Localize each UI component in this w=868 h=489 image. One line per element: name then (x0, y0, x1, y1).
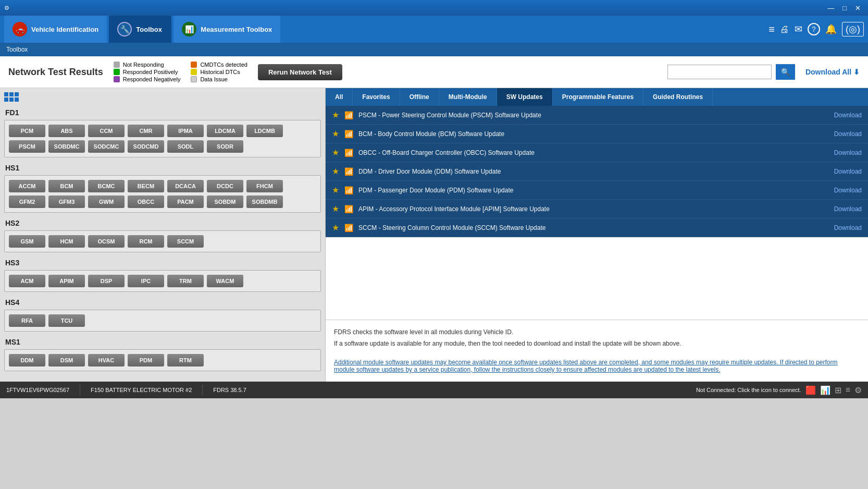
sw-name-ddm: DDM - Driver Door Module (DDM) Software … (358, 168, 829, 175)
module-sodr[interactable]: SODR (207, 140, 243, 153)
module-ipma[interactable]: IPMA (167, 125, 204, 137)
tab-programmable[interactable]: Programmable Features (553, 88, 643, 106)
module-pacm[interactable]: PACM (167, 195, 204, 208)
module-acm[interactable]: ACM (9, 275, 45, 287)
right-panel: All Favorites Offline Multi-Module SW Up… (326, 88, 868, 382)
status-connection: Not Connected: Click the icon to connect… (696, 387, 801, 393)
module-rfa[interactable]: RFA (9, 314, 45, 327)
sw-updates-table: ★ 📶 PSCM - Power Steering Control Module… (326, 106, 868, 320)
star-obcc[interactable]: ★ (332, 148, 339, 157)
tab-favorites[interactable]: Favorites (353, 88, 400, 106)
download-pdm[interactable]: Download (834, 187, 862, 194)
breadcrumb: Toolbox (0, 43, 868, 56)
module-gwm[interactable]: GWM (88, 195, 125, 208)
search-input[interactable] (667, 65, 772, 79)
download-sccm[interactable]: Download (834, 224, 862, 231)
module-gsm[interactable]: GSM (9, 235, 45, 248)
download-ddm[interactable]: Download (834, 168, 862, 175)
module-tcu[interactable]: TCU (48, 314, 85, 327)
module-ldcma[interactable]: LDCMA (207, 125, 243, 137)
info-additional-link[interactable]: Additional module software updates may b… (334, 359, 860, 373)
tab-measurement-toolbox[interactable]: 📊 Measurement Toolbox (173, 16, 280, 43)
module-ipc[interactable]: IPC (128, 275, 164, 287)
print-icon[interactable]: 🖨 (780, 24, 789, 35)
module-abs[interactable]: ABS (48, 125, 85, 137)
legend-historical: Historical DTCs (191, 69, 247, 75)
module-dsm[interactable]: DSM (48, 354, 85, 366)
status-icon-grid[interactable]: ⊞ (835, 385, 841, 395)
module-bcm[interactable]: BCM (48, 180, 85, 192)
module-sobdm[interactable]: SOBDM (207, 195, 243, 208)
minimize-button[interactable]: — (824, 3, 837, 13)
status-icon-green[interactable]: 📊 (820, 385, 830, 395)
module-dsp[interactable]: DSP (88, 275, 125, 287)
rerun-network-test-button[interactable]: Rerun Network Test (258, 64, 342, 80)
module-sodcmd[interactable]: SODCMD (128, 140, 164, 153)
tab-offline[interactable]: Offline (400, 88, 439, 106)
module-sodcmc[interactable]: SODCMC (88, 140, 125, 153)
grid-toggle-icon[interactable] (4, 92, 321, 104)
download-pscm[interactable]: Download (834, 112, 862, 119)
module-sobdmc[interactable]: SOBDMC (48, 140, 85, 153)
tab-guided[interactable]: Guided Routines (643, 88, 713, 106)
module-fhcm[interactable]: FHCM (246, 180, 283, 192)
module-ocsm[interactable]: OCSM (88, 235, 125, 248)
module-ddm[interactable]: DDM (9, 354, 45, 366)
module-trm[interactable]: TRM (167, 275, 204, 287)
status-icon-settings[interactable]: ⚙ (854, 385, 862, 395)
star-apim[interactable]: ★ (332, 204, 339, 214)
download-all-button[interactable]: Download All ⬇ (805, 68, 860, 76)
star-bcm[interactable]: ★ (332, 129, 339, 139)
tab-multi-module[interactable]: Multi-Module (439, 88, 497, 106)
status-icon-bars[interactable]: ≡ (846, 385, 850, 395)
star-pscm[interactable]: ★ (332, 110, 339, 120)
vehicle-icon: 🚗 (13, 22, 27, 36)
group-ms1: MS1 DDM DSM HVAC PDM RTM (4, 338, 321, 371)
search-button[interactable]: 🔍 (776, 64, 795, 80)
download-apim[interactable]: Download (834, 205, 862, 213)
module-bcmc[interactable]: BCMC (88, 180, 125, 192)
module-hcm[interactable]: HCM (48, 235, 85, 248)
module-gfm2[interactable]: GFM2 (9, 195, 45, 208)
sw-name-obcc: OBCC - Off-Board Charger Controller (OBC… (358, 149, 829, 156)
tab-toolbox[interactable]: 🔧 Toolbox (109, 16, 171, 43)
mail-icon[interactable]: ✉ (795, 23, 802, 35)
module-rcm[interactable]: RCM (128, 235, 164, 248)
tab-all[interactable]: All (326, 88, 353, 106)
module-becm[interactable]: BECM (128, 180, 164, 192)
module-dcaca[interactable]: DCACA (167, 180, 204, 192)
module-ldcmb[interactable]: LDCMB (246, 125, 283, 137)
group-ms1-label: MS1 (4, 338, 321, 346)
module-apim[interactable]: APIM (48, 275, 85, 287)
tab-vehicle-identification[interactable]: 🚗 Vehicle Identification (4, 16, 107, 43)
restore-button[interactable]: □ (839, 3, 850, 13)
module-pdm[interactable]: PDM (128, 354, 164, 366)
status-icon-red[interactable]: 🟥 (805, 385, 816, 395)
module-ccm[interactable]: CCM (88, 125, 125, 137)
module-pcm[interactable]: PCM (9, 125, 45, 137)
download-bcm[interactable]: Download (834, 130, 862, 138)
tab-sw-updates[interactable]: SW Updates (497, 88, 553, 106)
module-obcc[interactable]: OBCC (128, 195, 164, 208)
notification-icon[interactable]: 🔔 (825, 23, 837, 35)
help-icon[interactable]: ? (808, 23, 820, 35)
star-ddm[interactable]: ★ (332, 166, 339, 176)
module-sodl[interactable]: SODL (167, 140, 204, 153)
module-accm[interactable]: ACCM (9, 180, 45, 192)
module-sobdmb[interactable]: SOBDMB (246, 195, 283, 208)
star-pdm[interactable]: ★ (332, 185, 339, 195)
module-gfm3[interactable]: GFM3 (48, 195, 85, 208)
signal-icon[interactable]: (◎) (842, 22, 864, 36)
module-cmr[interactable]: CMR (128, 125, 164, 137)
title-bar-controls[interactable]: — □ ✕ (824, 3, 864, 13)
module-wacm[interactable]: WACM (207, 275, 243, 287)
module-hvac[interactable]: HVAC (88, 354, 125, 366)
module-rtm[interactable]: RTM (167, 354, 204, 366)
star-sccm[interactable]: ★ (332, 223, 339, 233)
close-button[interactable]: ✕ (852, 3, 864, 13)
module-sccm[interactable]: SCCM (167, 235, 204, 248)
menu-icon[interactable]: ≡ (768, 23, 775, 35)
download-obcc[interactable]: Download (834, 149, 862, 156)
module-pscm[interactable]: PSCM (9, 140, 45, 153)
module-dcdc[interactable]: DCDC (207, 180, 243, 192)
